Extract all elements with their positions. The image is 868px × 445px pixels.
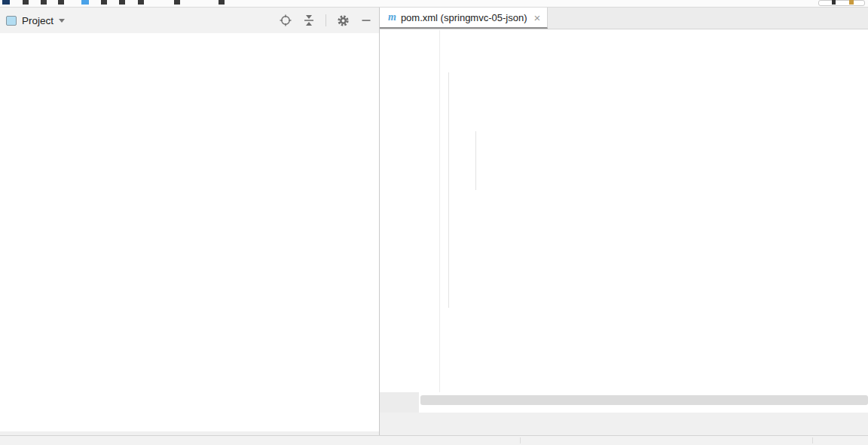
toolbar-strip bbox=[0, 0, 868, 8]
editor-gutter bbox=[380, 30, 440, 392]
toolbar-icon-fragment bbox=[219, 0, 225, 5]
toolbar-icon-fragment bbox=[849, 0, 854, 5]
editor-pane: m pom.xml (springmvc-05-json) × bbox=[380, 8, 868, 413]
indent-guide bbox=[475, 131, 476, 190]
header-separator bbox=[326, 14, 326, 26]
editor-hscrollbar-thumb[interactable] bbox=[420, 395, 868, 405]
minimize-icon bbox=[361, 15, 371, 26]
run-config-box-fragment bbox=[818, 0, 865, 6]
chevron-down-icon[interactable] bbox=[59, 19, 65, 23]
toolbar-icon-fragment bbox=[119, 0, 125, 5]
status-bar bbox=[0, 435, 868, 445]
project-tool-window: Project bbox=[0, 8, 379, 431]
toolbar-icon-fragment bbox=[174, 0, 180, 5]
toolbar-icon-fragment bbox=[81, 0, 89, 5]
code-region bbox=[380, 30, 868, 392]
tab-label: pom.xml (springmvc-05-json) bbox=[401, 12, 527, 23]
select-opened-file-button[interactable] bbox=[279, 14, 292, 27]
collapse-all-icon bbox=[304, 14, 314, 26]
editor-tab[interactable]: m pom.xml (springmvc-05-json) × bbox=[380, 8, 548, 29]
project-tree bbox=[0, 35, 379, 431]
code-area[interactable] bbox=[441, 30, 868, 392]
status-separator bbox=[520, 437, 521, 443]
tool-window-icon bbox=[6, 16, 17, 26]
indent-guide bbox=[448, 72, 449, 308]
toolbar-icon-fragment bbox=[23, 0, 29, 5]
project-header: Project bbox=[0, 8, 379, 33]
toolbar-icon-fragment bbox=[832, 0, 836, 5]
toolbar-icon-fragment bbox=[101, 0, 107, 5]
toolbar-icon-fragment bbox=[138, 0, 144, 5]
toolbar-icon-fragment bbox=[58, 0, 64, 5]
collapse-all-button[interactable] bbox=[302, 14, 316, 27]
toolbar-icon-fragment bbox=[2, 0, 10, 5]
project-title[interactable]: Project bbox=[22, 15, 53, 26]
editor-scroll-corner bbox=[380, 392, 419, 413]
status-separator bbox=[812, 437, 813, 443]
hide-button[interactable] bbox=[359, 14, 373, 27]
settings-button[interactable] bbox=[336, 14, 350, 27]
gear-icon bbox=[337, 14, 350, 27]
maven-icon: m bbox=[388, 11, 396, 23]
editor-tab-bar: m pom.xml (springmvc-05-json) × bbox=[380, 8, 868, 29]
toolbar-icon-fragment bbox=[41, 0, 47, 5]
locate-icon bbox=[280, 14, 292, 26]
tab-close-icon[interactable]: × bbox=[533, 12, 540, 23]
